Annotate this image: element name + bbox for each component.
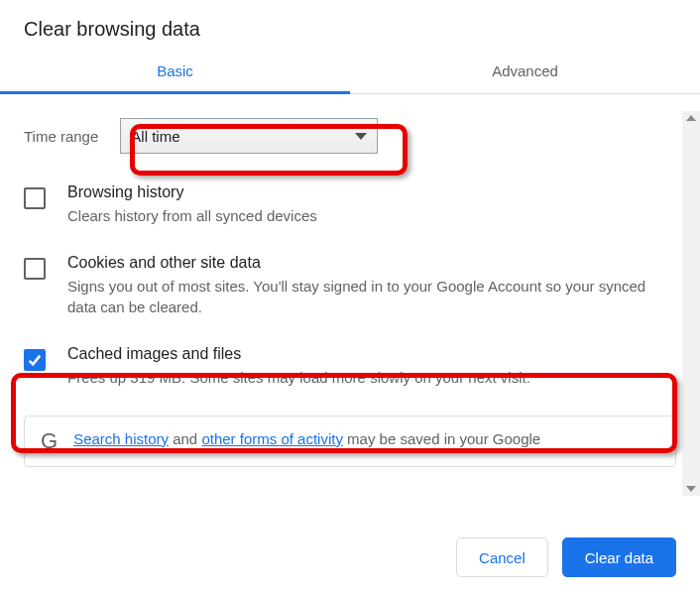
option-title: Cookies and other site data — [67, 254, 676, 272]
info-text: Search history and other forms of activi… — [73, 430, 540, 447]
checkbox-browsing-history[interactable] — [24, 187, 46, 209]
option-title: Browsing history — [67, 183, 317, 201]
time-range-row: Time range All time — [24, 118, 676, 154]
scrollbar[interactable] — [682, 111, 700, 496]
checkbox-cache[interactable] — [24, 349, 46, 371]
cancel-button[interactable]: Cancel — [456, 537, 548, 577]
tabs: Basic Advanced — [0, 49, 700, 94]
link-other-activity[interactable]: other forms of activity — [201, 430, 343, 447]
option-browsing-history: Browsing history Clears history from all… — [24, 183, 676, 226]
dialog-body: Time range All time Browsing history Cle… — [0, 94, 700, 491]
option-cookies: Cookies and other site data Signs you ou… — [24, 254, 676, 317]
link-search-history[interactable]: Search history — [73, 430, 169, 447]
option-cache: Cached images and files Frees up 319 MB.… — [24, 345, 676, 388]
time-range-select[interactable]: All time — [120, 118, 378, 154]
scroll-down-icon — [686, 486, 696, 492]
tab-basic[interactable]: Basic — [0, 49, 350, 93]
dialog-footer: Cancel Clear data — [0, 520, 700, 595]
google-icon: G — [41, 430, 58, 452]
clear-data-button[interactable]: Clear data — [562, 537, 676, 577]
scroll-up-icon — [686, 115, 696, 121]
option-desc: Frees up 319 MB. Some sites may load mor… — [67, 367, 530, 388]
tab-advanced[interactable]: Advanced — [350, 49, 700, 93]
time-range-value: All time — [131, 128, 179, 145]
option-desc: Clears history from all synced devices — [67, 205, 317, 226]
dialog-title: Clear browsing data — [0, 0, 700, 49]
checkbox-cookies[interactable] — [24, 258, 46, 280]
time-range-label: Time range — [24, 128, 98, 145]
clear-browsing-dialog: Clear browsing data Basic Advanced Time … — [0, 0, 700, 595]
chevron-down-icon — [355, 133, 367, 140]
option-desc: Signs you out of most sites. You'll stay… — [67, 276, 676, 317]
option-title: Cached images and files — [67, 345, 530, 363]
google-info-box: G Search history and other forms of acti… — [24, 416, 676, 467]
